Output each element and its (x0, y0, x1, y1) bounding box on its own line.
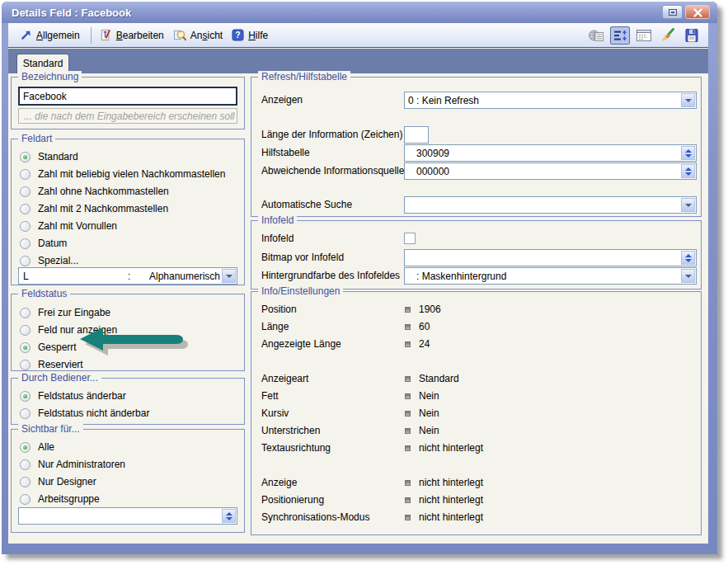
spinner-arrows-icon[interactable] (681, 164, 695, 178)
feldart-type-select[interactable]: L : Alphanumerisch (18, 267, 237, 285)
field-value: : Maskenhintergrund (416, 271, 506, 282)
menu-bearbeiten[interactable]: Bearbeiten (96, 27, 170, 43)
group-title: Feldstatus (18, 288, 70, 299)
group-bezeichnung: Bezeichnung ... die nach dem Eingabebere… (11, 77, 245, 129)
combo-text: Alphanumerisch (149, 271, 220, 282)
infofeld-checkbox[interactable] (404, 233, 416, 244)
radio-option-datum[interactable]: Datum (20, 236, 239, 251)
chevron-down-icon[interactable] (681, 269, 695, 283)
sort-list-icon[interactable] (610, 26, 630, 45)
radio-label: Datum (38, 238, 67, 249)
spinner-arrows-icon[interactable] (681, 251, 695, 265)
bitmap-spinner[interactable] (404, 249, 697, 266)
radio-option-spezial[interactable]: Spezial... (20, 253, 239, 268)
spinner-arrows-icon[interactable] (222, 509, 236, 523)
radio-selected-icon (20, 391, 31, 402)
radio-icon (20, 221, 31, 232)
group-infofeld: Infofeld Infofeld Bitmap vor Infofeld Hi… (251, 220, 702, 290)
group-durch-bediener: Durch Bediener... Feldstatus änderbar Fe… (11, 378, 245, 425)
diagonal-arrow-icon (20, 29, 32, 41)
automatische-suche-label: Automatische Suche (261, 199, 352, 210)
radio-label: Reserviert (38, 359, 83, 370)
chevron-down-icon[interactable] (681, 198, 695, 212)
dialog-window: Details Feld : Facebook Allgemein (2, 2, 717, 554)
window-body: Allgemein Bearbeiten Ansicht (8, 23, 708, 544)
menu-allgemein[interactable]: Allgemein (16, 27, 86, 43)
field-value: 000000 (416, 166, 449, 177)
radio-label: Zahl mit 2 Nachkommastellen (38, 203, 168, 214)
titlebar-buttons (662, 5, 710, 19)
globe-list-icon[interactable] (586, 26, 606, 45)
radio-icon (20, 408, 31, 419)
content: Bezeichnung ... die nach dem Eingabebere… (8, 73, 708, 544)
radio-icon (20, 494, 31, 505)
radio-option-zahl-ohne[interactable]: Zahl ohne Nachkommastellen (20, 184, 239, 199)
anzeigen-label: Anzeigen (261, 94, 303, 106)
group-info-einstellungen: Info/Einstellungen Position 1906 Länge 6… (251, 291, 702, 535)
info-row-anzeige: Anzeige nicht hinterlegt (261, 477, 694, 492)
laenge-information-input[interactable] (404, 126, 429, 144)
info-row-angezeigte-laenge: Angezeigte Länge 24 (261, 338, 694, 353)
radio-label: Spezial... (38, 255, 78, 266)
anzeigen-select[interactable]: 0 : Kein Refresh (404, 92, 697, 109)
window-title: Details Feld : Facebook (2, 7, 131, 19)
menu-hilfe[interactable]: ? Hilfe (228, 27, 274, 43)
chevron-down-icon[interactable] (222, 269, 236, 283)
radio-option-nur-anzeigen[interactable]: Feld nur anzeigen (20, 323, 239, 337)
save-icon[interactable] (682, 26, 702, 45)
radio-icon (20, 477, 31, 487)
menu-label: Hilfe (248, 30, 268, 41)
chevron-down-icon[interactable] (681, 93, 695, 107)
radio-label: Feld nur anzeigen (38, 324, 117, 336)
radio-option-administratoren[interactable]: Nur Administratoren (20, 457, 239, 472)
group-feldstatus: Feldstatus Frei zur Eingabe Feld nur anz… (11, 294, 245, 371)
arbeitsgruppe-spinner[interactable] (18, 507, 237, 525)
menu-label: Allgemein (36, 30, 80, 41)
info-row-kursiv: Kursiv Nein (261, 407, 694, 422)
radio-option-zahl-2[interactable]: Zahl mit 2 Nachkommastellen (20, 201, 239, 216)
minimize-button[interactable] (662, 5, 683, 19)
form-preview-icon[interactable] (634, 26, 654, 45)
radio-option-gesperrt[interactable]: Gesperrt (20, 340, 239, 355)
bezeichnung-input[interactable] (18, 87, 237, 106)
radio-selected-icon (20, 152, 31, 162)
bullet-icon (405, 341, 411, 347)
radio-option-arbeitsgruppe[interactable]: Arbeitsgruppe (20, 492, 239, 506)
close-button[interactable] (685, 5, 710, 19)
automatische-suche-select[interactable] (404, 196, 697, 214)
bullet-icon (405, 376, 411, 382)
radio-label: Feldstatus änderbar (38, 390, 126, 402)
radio-option-reserviert[interactable]: Reserviert (20, 357, 239, 372)
radio-option-standard[interactable]: Standard (20, 149, 239, 164)
radio-option-alle[interactable]: Alle (20, 440, 239, 454)
radio-label: Zahl ohne Nachkommastellen (38, 186, 169, 197)
info-row-position: Position 1906 (261, 304, 694, 318)
radio-option-frei[interactable]: Frei zur Eingabe (20, 305, 239, 320)
radio-icon (20, 186, 31, 197)
laenge-information-label: Länge der Information (Zeichen) (261, 129, 402, 140)
bezeichnung-hint-field[interactable]: ... die nach dem Eingabebereich erschein… (18, 108, 237, 124)
info-row-unterstrichen: Unterstrichen Nein (261, 425, 694, 440)
radio-label: Alle (38, 441, 54, 453)
info-row-textausrichtung: Textausrichtung nicht hinterlegt (261, 442, 694, 457)
radio-option-designer[interactable]: Nur Designer (20, 474, 239, 489)
hintergrundfarbe-select[interactable]: : Maskenhintergrund (404, 267, 697, 285)
radio-selected-icon (20, 342, 31, 353)
informationsquelle-spinner[interactable]: 000000 (404, 162, 697, 180)
radio-option-zahl-beliebig[interactable]: Zahl mit beliebig vielen Nachkommastelle… (20, 167, 239, 181)
radio-label: Nur Administratoren (38, 459, 125, 470)
radio-icon (20, 360, 31, 370)
spinner-arrows-icon[interactable] (681, 146, 695, 160)
radio-option-nicht-aenderbar[interactable]: Feldstatus nicht änderbar (20, 406, 239, 421)
bullet-icon (405, 515, 411, 520)
hilfstabelle-spinner[interactable]: 300909 (404, 144, 697, 162)
radio-icon (20, 325, 31, 336)
edit-document-icon (100, 29, 112, 41)
brush-icon[interactable] (658, 26, 678, 45)
bullet-icon (405, 393, 411, 399)
hintergrundfarbe-label: Hintergrundfarbe des Infofeldes (261, 270, 400, 281)
menu-ansicht[interactable]: Ansicht (170, 27, 228, 43)
radio-label: Arbeitsgruppe (38, 493, 100, 505)
radio-option-aenderbar[interactable]: Feldstatus änderbar (20, 388, 239, 403)
radio-option-vornullen[interactable]: Zahl mit Vornullen (20, 219, 239, 233)
